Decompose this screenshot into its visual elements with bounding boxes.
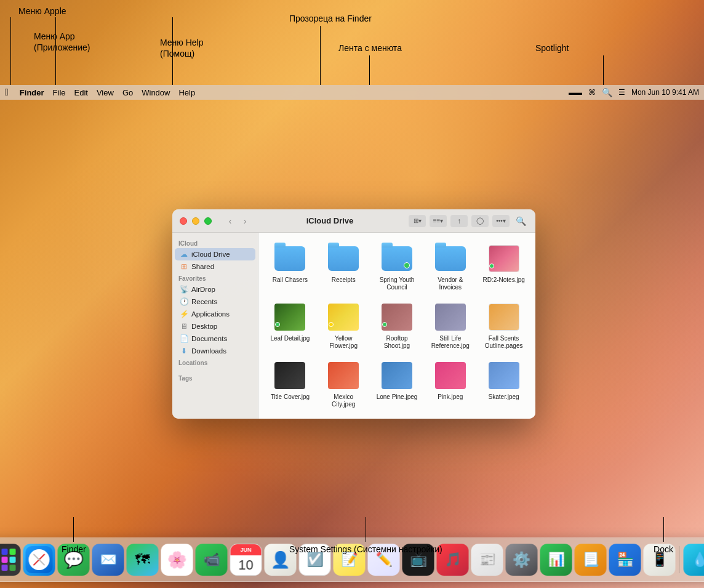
dock-iphone[interactable]: 📱 xyxy=(644,544,676,576)
dock-airdrop[interactable]: 💧 xyxy=(684,544,705,576)
downloads-icon: ⬇ xyxy=(180,347,188,355)
file-item-leaf[interactable]: Leaf Detail.jpg xyxy=(266,299,314,352)
apple-menu-icon[interactable]:  xyxy=(5,87,9,98)
control-center-icon[interactable]: ☰ xyxy=(618,88,625,97)
dock-facetime[interactable]: 📹 xyxy=(196,544,228,576)
dock-numbers[interactable]: 📊 xyxy=(540,544,572,576)
rooftop-icon xyxy=(381,301,413,333)
receipts-icon xyxy=(327,243,359,275)
file-item-rooftop[interactable]: Rooftop Shoot.jpg xyxy=(373,299,422,352)
forward-button[interactable]: › xyxy=(239,215,251,227)
dock-appletv[interactable]: 📺 xyxy=(402,544,434,576)
share-button[interactable]: ↑ xyxy=(450,215,468,227)
airdrop-icon: 📡 xyxy=(180,285,188,294)
calendar-day: 10 xyxy=(231,555,262,575)
dock-freeform[interactable]: ✏️ xyxy=(368,544,400,576)
dock-maps[interactable]: 🗺 xyxy=(127,544,159,576)
still-life-icon xyxy=(434,301,466,333)
file-item-title-cover[interactable]: Title Cover.jpg xyxy=(266,357,314,411)
sidebar-locations-label: Locations xyxy=(172,357,258,368)
sidebar-label-documents: Documents xyxy=(191,335,227,342)
dock-contacts[interactable]: 👤 xyxy=(265,544,297,576)
finder-files: Rail Chasers Receipts Spring Youth Counc… xyxy=(258,233,535,419)
close-button[interactable] xyxy=(180,217,187,225)
sidebar-item-desktop[interactable]: 🖥 Desktop xyxy=(175,320,255,332)
sidebar-item-recents[interactable]: 🕐 Recents xyxy=(175,296,255,308)
sidebar-item-documents[interactable]: 📄 Documents xyxy=(175,332,255,345)
file-item-mexico[interactable]: Mexico City.jpeg xyxy=(319,357,368,411)
sidebar-item-airdrop[interactable]: 📡 AirDrop xyxy=(175,283,255,296)
icloud-drive-icon: ☁ xyxy=(180,250,188,259)
file-name-spring-youth: Spring Youth Council xyxy=(375,276,418,291)
dock-system-settings[interactable]: ⚙️ xyxy=(506,544,538,576)
menubar-view[interactable]: View xyxy=(97,88,114,97)
view-list-button[interactable]: ≡≡▾ xyxy=(430,215,447,227)
dock-launchpad[interactable] xyxy=(0,544,21,576)
file-item-rail-chasers[interactable]: Rail Chasers xyxy=(266,240,314,294)
spring-youth-icon xyxy=(381,243,413,275)
maximize-button[interactable] xyxy=(204,217,212,225)
desktop-icon: 🖥 xyxy=(180,322,188,331)
pink-icon xyxy=(434,360,466,392)
menubar-window[interactable]: Window xyxy=(142,88,170,97)
finder-nav: ‹ › xyxy=(224,215,251,227)
finder-sidebar: iCloud ☁ iCloud Drive ⊞ Shared Favorites… xyxy=(172,233,258,419)
menubar-left:  Finder File Edit View Go Window Help xyxy=(5,87,195,98)
file-item-spring-youth[interactable]: Spring Youth Council xyxy=(373,240,422,294)
menubar-finder[interactable]: Finder xyxy=(20,88,44,97)
dock-mail[interactable]: ✉️ xyxy=(92,544,124,576)
file-item-rd-notes[interactable]: RD:2-Notes.jpg xyxy=(479,240,528,294)
dock-safari[interactable] xyxy=(23,544,55,576)
file-item-vendor[interactable]: Vendor & Invoices xyxy=(426,240,474,294)
dock-news[interactable]: 📰 xyxy=(471,544,503,576)
menubar-help[interactable]: Help xyxy=(178,88,195,97)
finder-window: ‹ › iCloud Drive ⊞▾ ≡≡▾ ↑ ◯ •••▾ 🔍 iClou… xyxy=(172,209,535,419)
sidebar-label-icloud-drive: iCloud Drive xyxy=(191,251,230,258)
dock-reminders[interactable]: ☑️ xyxy=(299,544,331,576)
file-item-yellow-flower[interactable]: Yellow Flower.jpg xyxy=(319,299,368,352)
documents-icon: 📄 xyxy=(180,334,188,343)
file-name-title-cover: Title Cover.jpg xyxy=(271,393,310,401)
spotlight-search-icon[interactable]: 🔍 xyxy=(602,87,612,97)
file-item-pink[interactable]: Pink.jpeg xyxy=(426,357,474,411)
recents-icon: 🕐 xyxy=(180,297,188,306)
file-item-skater[interactable]: Skater.jpeg xyxy=(479,357,528,411)
file-name-mexico: Mexico City.jpeg xyxy=(322,393,365,408)
sidebar-item-shared[interactable]: ⊞ Shared xyxy=(175,260,255,273)
file-item-receipts[interactable]: Receipts xyxy=(319,240,368,294)
sidebar-item-applications[interactable]: ⚡ Applications xyxy=(175,308,255,320)
sidebar-item-downloads[interactable]: ⬇ Downloads xyxy=(175,345,255,357)
sidebar-label-shared: Shared xyxy=(191,263,214,270)
dock-calendar[interactable]: JUN 10 xyxy=(230,544,262,576)
menubar-go[interactable]: Go xyxy=(122,88,133,97)
search-button[interactable]: 🔍 xyxy=(513,215,528,227)
mexico-city-icon xyxy=(327,360,359,392)
file-item-fall-scents[interactable]: Fall Scents Outline.pages xyxy=(479,299,528,352)
dock-pages[interactable]: 📃 xyxy=(575,544,607,576)
dock-notes[interactable]: 📝 xyxy=(334,544,366,576)
yellow-flower-icon xyxy=(327,301,359,333)
menubar-edit[interactable]: Edit xyxy=(74,88,88,97)
dock-messages[interactable]: 💬 xyxy=(58,544,90,576)
file-name-skater: Skater.jpeg xyxy=(489,393,519,401)
finder-titlebar: ‹ › iCloud Drive ⊞▾ ≡≡▾ ↑ ◯ •••▾ 🔍 xyxy=(172,209,535,233)
more-button[interactable]: •••▾ xyxy=(492,215,510,227)
minimize-button[interactable] xyxy=(192,217,199,225)
sidebar-favorites-label: Favorites xyxy=(172,273,258,283)
back-button[interactable]: ‹ xyxy=(224,215,236,227)
view-icons-button[interactable]: ⊞▾ xyxy=(409,215,426,227)
tag-button[interactable]: ◯ xyxy=(471,215,489,227)
menubar-right: ▬▬ ⌘ 🔍 ☰ Mon Jun 10 9:41 AM xyxy=(569,87,699,97)
file-item-still-life[interactable]: Still Life Reference.jpg xyxy=(426,299,474,352)
dock-music[interactable]: 🎵 xyxy=(437,544,469,576)
sidebar-item-icloud-drive[interactable]: ☁ iCloud Drive xyxy=(175,248,255,260)
file-name-yellow-flower: Yellow Flower.jpg xyxy=(322,335,365,350)
file-name-rooftop: Rooftop Shoot.jpg xyxy=(375,335,418,350)
file-name-rail-chasers: Rail Chasers xyxy=(273,276,308,284)
dock-photos[interactable]: 🌸 xyxy=(161,544,193,576)
dock-appstore[interactable]: 🏪 xyxy=(609,544,641,576)
shared-icon: ⊞ xyxy=(180,262,188,271)
menubar-file[interactable]: File xyxy=(53,88,66,97)
sidebar-label-applications: Applications xyxy=(191,310,230,318)
file-item-lone-pine[interactable]: Lone Pine.jpeg xyxy=(373,357,422,411)
